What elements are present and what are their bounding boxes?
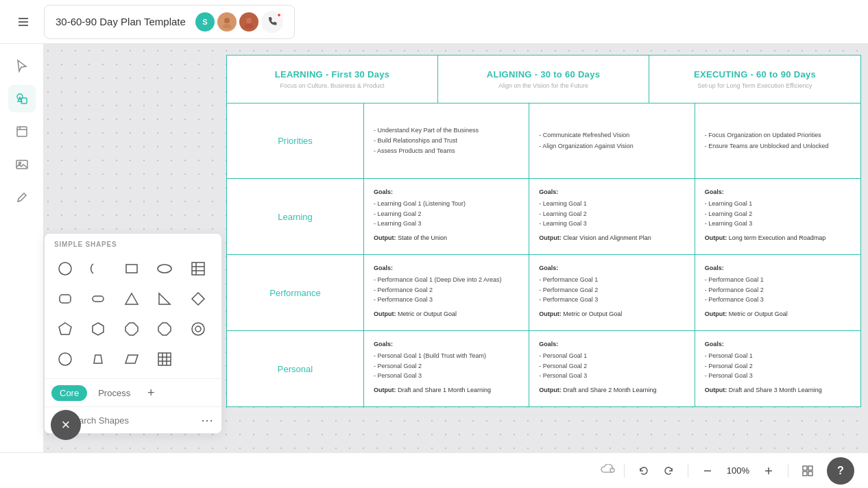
- zoom-out-button[interactable]: [697, 460, 719, 482]
- svg-marker-23: [125, 293, 138, 304]
- document-title-box: 30-60-90 Day Plan Template S: [44, 5, 295, 39]
- learning-goals-1-items: - Learning Goal 1 (Listening Tour)- Lear…: [374, 199, 519, 228]
- shape-parallelogram[interactable]: [118, 345, 145, 373]
- shape-triangle[interactable]: [118, 285, 145, 313]
- sidebar-draw-icon[interactable]: [8, 184, 36, 211]
- header-col-2: ALIGNING - 30 to 60 Days Align on the Vi…: [438, 56, 649, 103]
- sidebar-cursor-icon[interactable]: [8, 52, 36, 80]
- priorities-label-cell: Priorities: [227, 103, 364, 178]
- svg-rect-9: [17, 127, 27, 136]
- shape-arc[interactable]: [84, 255, 112, 282]
- shape-ellipse[interactable]: [151, 255, 178, 282]
- undo-redo-controls: [633, 460, 679, 482]
- performance-label: Performance: [269, 288, 320, 298]
- avatar-1: S: [195, 12, 215, 32]
- svg-rect-12: [16, 160, 27, 169]
- phase-3-subtitle: Set-up for Long Term Execution Efficienc…: [660, 82, 849, 89]
- sidebar-image-icon[interactable]: [8, 151, 36, 178]
- priorities-text-1: - Understand Key Part of the Business - …: [374, 125, 479, 157]
- shapes-panel: SIMPLE SHAPES Core Process +: [44, 233, 222, 434]
- priorities-cell-2: - Communicate Refreshed Vision - Align O…: [529, 103, 695, 178]
- learning-goals-3-title: Goals:: [705, 187, 851, 197]
- svg-marker-26: [59, 323, 71, 334]
- shapes-more-button[interactable]: ⋯: [201, 413, 213, 428]
- table-body: Priorities - Understand Key Part of the …: [226, 103, 861, 407]
- left-sidebar: [0, 44, 44, 488]
- undo-button[interactable]: [633, 460, 655, 482]
- svg-rect-22: [93, 296, 104, 302]
- personal-row: Personal Goals: - Personal Goal 1 (Build…: [227, 331, 860, 406]
- personal-label: Personal: [278, 364, 313, 374]
- shape-circle[interactable]: [51, 255, 79, 282]
- shape-grid[interactable]: [151, 345, 178, 373]
- phase-2-subtitle: Align on the Vision for the Future: [449, 82, 638, 89]
- fab-close-button[interactable]: ×: [51, 410, 81, 440]
- phase-2-title: ALIGNING - 30 to 60 Days: [449, 69, 638, 80]
- shape-ring[interactable]: [184, 315, 212, 343]
- svg-rect-15: [126, 265, 137, 273]
- shape-right-triangle[interactable]: [151, 285, 178, 313]
- learning-output-2: Output: Clear Vision and Alignment Plan: [539, 233, 684, 243]
- priorities-text-2: - Communicate Refreshed Vision - Align O…: [539, 130, 633, 151]
- phase-3-title: EXECUTING - 60 to 90 Days: [660, 69, 849, 80]
- shape-hexagon[interactable]: [84, 315, 112, 343]
- learning-goals-1-title: Goals:: [374, 187, 519, 197]
- performance-row: Performance Goals: - Performance Goal 1 …: [227, 255, 860, 331]
- priorities-label: Priorities: [278, 136, 313, 146]
- shape-circle2[interactable]: [51, 345, 79, 373]
- learning-cell-1: Goals: - Learning Goal 1 (Listening Tour…: [364, 179, 529, 254]
- separator-2: [688, 464, 688, 478]
- avatar-group: S: [195, 11, 283, 33]
- zoom-in-button[interactable]: [758, 460, 780, 482]
- shapes-tabs: Core Process +: [45, 378, 221, 406]
- shape-octagon-sm[interactable]: [118, 315, 145, 343]
- grid-toggle-button[interactable]: [797, 460, 819, 482]
- shape-rectangle[interactable]: [118, 255, 145, 282]
- header-col-3: EXECUTING - 60 to 90 Days Set-up for Lon…: [649, 56, 860, 103]
- sidebar-frame-icon[interactable]: [8, 118, 36, 145]
- shape-rounded-rect[interactable]: [51, 285, 79, 313]
- svg-rect-21: [60, 295, 71, 303]
- add-tab-button[interactable]: +: [141, 383, 160, 402]
- svg-rect-46: [808, 466, 812, 470]
- phase-1-title: LEARNING - First 30 Days: [238, 69, 426, 80]
- shape-table[interactable]: [184, 255, 212, 282]
- svg-point-16: [158, 265, 171, 273]
- plan-table: LEARNING - First 30 Days Focus on Cultur…: [226, 55, 861, 407]
- performance-cell-3: Goals: - Performance Goal 1- Performance…: [695, 255, 860, 330]
- search-shapes-input[interactable]: [68, 415, 195, 426]
- svg-rect-45: [803, 466, 807, 470]
- personal-label-cell: Personal: [227, 331, 364, 406]
- learning-goals-2-title: Goals:: [539, 187, 684, 197]
- menu-button[interactable]: [11, 10, 36, 34]
- svg-rect-47: [803, 472, 807, 476]
- phase-1-subtitle: Focus on Culture, Business & Product: [238, 82, 426, 89]
- priorities-cell-1: - Understand Key Part of the Business - …: [364, 103, 529, 178]
- sidebar-shapes-icon[interactable]: [8, 85, 36, 112]
- svg-point-5: [246, 18, 252, 23]
- call-button[interactable]: [261, 11, 283, 33]
- tab-process[interactable]: Process: [90, 385, 138, 401]
- help-button[interactable]: ?: [827, 457, 854, 485]
- bottom-bar: 100% ?: [0, 452, 868, 488]
- performance-cell-1: Goals: - Performance Goal 1 (Deep Dive i…: [364, 255, 529, 330]
- redo-button[interactable]: [658, 460, 679, 482]
- learning-cell-3: Goals: - Learning Goal 1- Learning Goal …: [695, 179, 860, 254]
- shape-diamond[interactable]: [184, 285, 212, 313]
- svg-point-14: [59, 263, 71, 275]
- svg-marker-33: [94, 355, 102, 363]
- svg-marker-28: [125, 323, 138, 335]
- svg-marker-34: [125, 355, 138, 363]
- shape-pentagon[interactable]: [51, 315, 79, 343]
- document-title: 30-60-90 Day Plan Template: [56, 16, 186, 27]
- shape-stadium[interactable]: [84, 285, 112, 313]
- zoom-level: 100%: [727, 465, 749, 476]
- personal-cell-3: Goals: - Personal Goal 1- Personal Goal …: [695, 331, 860, 406]
- shape-octagon[interactable]: [151, 315, 178, 343]
- shape-trapezoid[interactable]: [84, 345, 112, 373]
- svg-point-32: [59, 353, 71, 365]
- svg-marker-24: [159, 293, 170, 304]
- tab-core[interactable]: Core: [51, 385, 87, 401]
- svg-marker-29: [158, 323, 171, 335]
- learning-output-3: Output: Long term Execution and Roadmap: [705, 233, 851, 243]
